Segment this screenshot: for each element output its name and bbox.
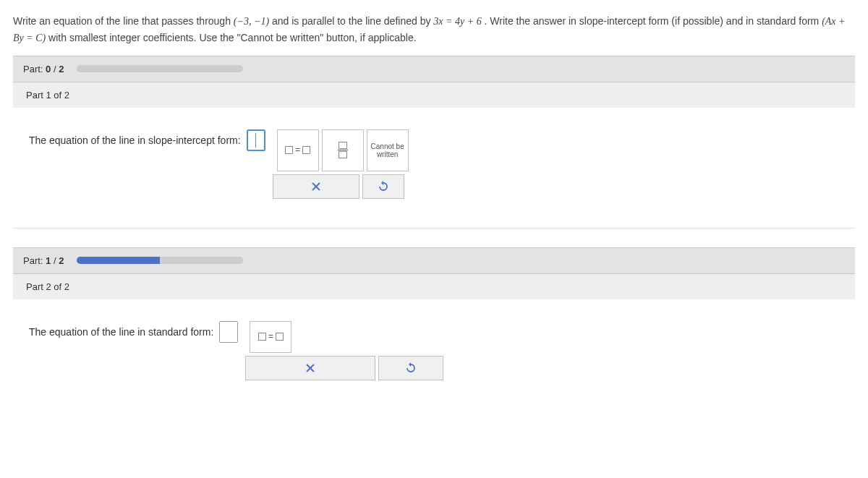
svg-line-1	[312, 183, 320, 190]
clear-button-2[interactable]	[245, 356, 375, 380]
sub-part-header-2: Part 2 of 2	[13, 274, 855, 299]
svg-marker-5	[409, 362, 411, 367]
reset-button[interactable]	[362, 174, 404, 199]
part1-content: The equation of the line in slope-interc…	[13, 108, 855, 229]
clear-button[interactable]	[273, 174, 359, 199]
close-icon	[311, 182, 321, 192]
part1-answer-input[interactable]	[247, 129, 265, 151]
sub-part-title-2: Part 2 of 2	[26, 281, 69, 292]
reset-icon	[405, 362, 417, 374]
sub-part-title-1: Part 1 of 2	[26, 90, 69, 101]
progress-bar-0	[77, 65, 243, 72]
question-mid2: . Write the answer in slope-intercept fo…	[485, 15, 822, 27]
equation-template-button[interactable]: =	[277, 129, 319, 171]
question-pre: Write an equation of the line that passe…	[13, 15, 234, 27]
input-cursor	[255, 133, 256, 148]
part-header-1: Part: 1 / 2	[13, 247, 855, 274]
part-label-1: Part: 1 / 2	[23, 255, 64, 266]
part2-palette: =	[245, 321, 443, 380]
part2-content: The equation of the line in standard for…	[13, 299, 855, 409]
close-icon	[305, 363, 315, 373]
part2-answer-input[interactable]	[219, 321, 238, 343]
svg-line-3	[307, 364, 314, 372]
svg-marker-2	[381, 181, 383, 185]
part-label-0: Part: 0 / 2	[23, 64, 64, 74]
reset-button-2[interactable]	[378, 356, 443, 380]
progress-fill-1	[77, 257, 160, 264]
part-header-0: Part: 0 / 2	[13, 56, 855, 82]
question-equation: 3x = 4y + 6	[433, 16, 481, 27]
reset-icon	[378, 181, 389, 192]
progress-bar-1	[77, 257, 243, 264]
equation-template-button-2[interactable]: =	[250, 321, 292, 353]
question-post: with smallest integer coefficients. Use …	[48, 32, 417, 43]
sub-part-header-1: Part 1 of 2	[13, 82, 855, 108]
question-point: (−3, −1)	[234, 16, 269, 27]
part2-prompt: The equation of the line in standard for…	[29, 326, 213, 338]
question-mid1: and is parallel to the line defined by	[272, 15, 433, 27]
part1-prompt: The equation of the line in slope-interc…	[29, 135, 241, 146]
part1-palette: = Cannot be written	[273, 129, 409, 199]
svg-line-4	[307, 364, 314, 372]
svg-line-0	[312, 183, 320, 190]
fraction-template-button[interactable]	[322, 129, 364, 171]
question-text: Write an equation of the line that passe…	[0, 0, 868, 54]
cannot-be-written-button[interactable]: Cannot be written	[367, 129, 409, 171]
